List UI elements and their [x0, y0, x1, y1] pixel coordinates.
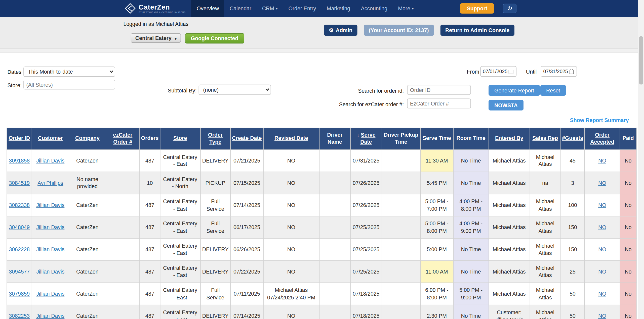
order-id-link[interactable]: 3062228: [9, 246, 30, 253]
chevron-down-icon: ▾: [276, 6, 278, 10]
cell-serve_date: 07/18/2025: [350, 283, 382, 305]
cell-room_time: No Time: [453, 305, 489, 319]
cell-entered_by: Michael Attias: [489, 194, 530, 216]
order-id-link[interactable]: 3079859: [9, 291, 30, 297]
order-id-link[interactable]: 3048049: [9, 224, 30, 230]
cell-pickup_time: [382, 261, 420, 283]
col-header-company[interactable]: Company: [69, 128, 106, 149]
col-header-revised_date[interactable]: Revised Date: [263, 128, 319, 149]
col-header-store[interactable]: Store: [160, 128, 200, 149]
nav-order-entry[interactable]: Order Entry: [283, 0, 321, 17]
cell-orders: 487: [140, 194, 160, 216]
account-id-button[interactable]: (Your Account ID: 2137): [364, 25, 434, 36]
store-input[interactable]: [23, 80, 115, 89]
cell-company: CaterZen: [69, 261, 106, 283]
dates-select[interactable]: This Month-to-date: [23, 67, 115, 77]
support-button[interactable]: Support: [460, 3, 494, 14]
calendar-icon[interactable]: [508, 69, 513, 74]
cell-revised_date: Michael Attias 07/24/2025 2:40 PM: [263, 283, 319, 305]
cell-sales_rep: Michael Attias: [530, 149, 561, 172]
cell-order_accepted: NO: [585, 149, 620, 172]
nav-overview[interactable]: Overview: [191, 0, 224, 17]
col-header-order_accepted[interactable]: Order Accepted: [585, 128, 620, 149]
return-admin-console-button[interactable]: Return to Admin Console: [440, 25, 514, 36]
order-id-link[interactable]: 3084519: [9, 180, 30, 186]
cell-driver_name: [319, 261, 350, 283]
order-accepted-link[interactable]: NO: [598, 157, 606, 164]
nav-accounting[interactable]: Accounting: [355, 0, 393, 17]
admin-button[interactable]: ⚙Admin: [324, 25, 357, 36]
cell-serve_time: 5:45 PM: [420, 172, 453, 194]
customer-link[interactable]: Avi Phillips: [37, 180, 63, 186]
nav-more[interactable]: More▾: [393, 0, 419, 17]
order-id-link[interactable]: 3082338: [9, 202, 30, 208]
cell-guests: 150: [560, 216, 584, 238]
customer-link[interactable]: Jillian Davis: [36, 291, 64, 297]
from-date-input[interactable]: [481, 69, 508, 74]
customer-link[interactable]: Jillian Davis: [36, 269, 64, 275]
nowsta-button[interactable]: NOWSTA: [489, 100, 524, 111]
cell-guests: 100: [560, 194, 584, 216]
orders-table: Order IDCustomerCompanyezCater Order #Or…: [7, 128, 636, 319]
cell-ezcater: [106, 172, 140, 194]
col-header-create_date[interactable]: Create Date: [230, 128, 263, 149]
order-id-search-input[interactable]: [407, 85, 471, 95]
col-header-order_id[interactable]: Order ID: [7, 128, 32, 149]
scrollbar-thumb[interactable]: [639, 36, 643, 85]
customer-link[interactable]: Jillian Davis: [36, 202, 64, 208]
col-header-serve_date[interactable]: ↓ Serve Date: [350, 128, 382, 149]
vertical-scrollbar[interactable]: [638, 0, 644, 319]
order-accepted-link[interactable]: NO: [598, 202, 606, 208]
cell-serve_date: 07/25/2025: [350, 261, 382, 283]
chevron-down-icon: ▾: [412, 6, 414, 10]
cell-order_accepted: NO: [585, 238, 620, 260]
customer-link[interactable]: Jillian Davis: [36, 246, 64, 253]
order-accepted-link[interactable]: NO: [598, 269, 606, 275]
nav-calendar[interactable]: Calendar: [224, 0, 257, 17]
table-row: 3084519Avi PhillipsNo name provided10Cen…: [7, 172, 636, 194]
cell-order_id: 3094577: [7, 261, 32, 283]
order-accepted-link[interactable]: NO: [598, 246, 606, 253]
cell-order_type: PICKUP: [200, 172, 230, 194]
subtotal-select[interactable]: (none): [199, 85, 271, 95]
order-id-link[interactable]: 3094577: [9, 269, 30, 275]
ezcater-search-input[interactable]: [407, 98, 471, 108]
cell-store: Central Eatery - East: [160, 261, 200, 283]
col-header-customer[interactable]: Customer: [32, 128, 69, 149]
cell-serve_date: 07/26/2025: [350, 172, 382, 194]
gear-icon: ⚙: [329, 27, 334, 33]
customer-link[interactable]: Jillian Davis: [36, 313, 64, 319]
col-header-entered_by[interactable]: Entered By: [489, 128, 530, 149]
cell-create_date: 07/22/2025: [230, 261, 263, 283]
google-connected-button[interactable]: Google Connected: [185, 33, 244, 43]
order-accepted-link[interactable]: NO: [598, 313, 606, 319]
store-dropdown-button[interactable]: Central Eatery ▾: [131, 33, 181, 43]
order-accepted-link[interactable]: NO: [598, 180, 606, 186]
nav-crm[interactable]: CRM▾: [257, 0, 283, 17]
power-icon: [507, 6, 512, 11]
cell-ezcater: [106, 194, 140, 216]
order-id-link[interactable]: 3091858: [9, 157, 30, 164]
col-header-guests[interactable]: #Guests: [560, 128, 584, 149]
customer-link[interactable]: Jillian Davis: [36, 224, 64, 230]
customer-link[interactable]: Jillian Davis: [36, 157, 64, 164]
cell-customer: Jillian Davis: [32, 194, 69, 216]
cell-customer: Jillian Davis: [32, 238, 69, 260]
generate-report-button[interactable]: Generate Report: [489, 85, 540, 96]
col-header-order_type[interactable]: Order Type: [200, 128, 230, 149]
col-header-ezcater[interactable]: ezCater Order #: [106, 128, 140, 149]
nav-marketing[interactable]: Marketing: [321, 0, 356, 17]
logout-power-button[interactable]: [503, 4, 516, 13]
order-id-link[interactable]: 3082253: [9, 313, 30, 319]
until-date-input[interactable]: [541, 69, 569, 74]
calendar-icon[interactable]: [569, 69, 574, 74]
cell-order_id: 3091858: [7, 149, 32, 172]
cell-create_date: 07/14/2025: [230, 305, 263, 319]
order-accepted-link[interactable]: NO: [598, 291, 606, 297]
order-accepted-link[interactable]: NO: [598, 224, 606, 230]
reset-button[interactable]: Reset: [540, 85, 566, 96]
cell-serve_time: 6:00 PM - 8:00 PM: [420, 283, 453, 305]
col-header-sales_rep[interactable]: Sales Rep: [530, 128, 561, 149]
cell-paid: No: [620, 283, 636, 305]
show-report-summary-link[interactable]: Show Report Summary: [570, 117, 629, 123]
